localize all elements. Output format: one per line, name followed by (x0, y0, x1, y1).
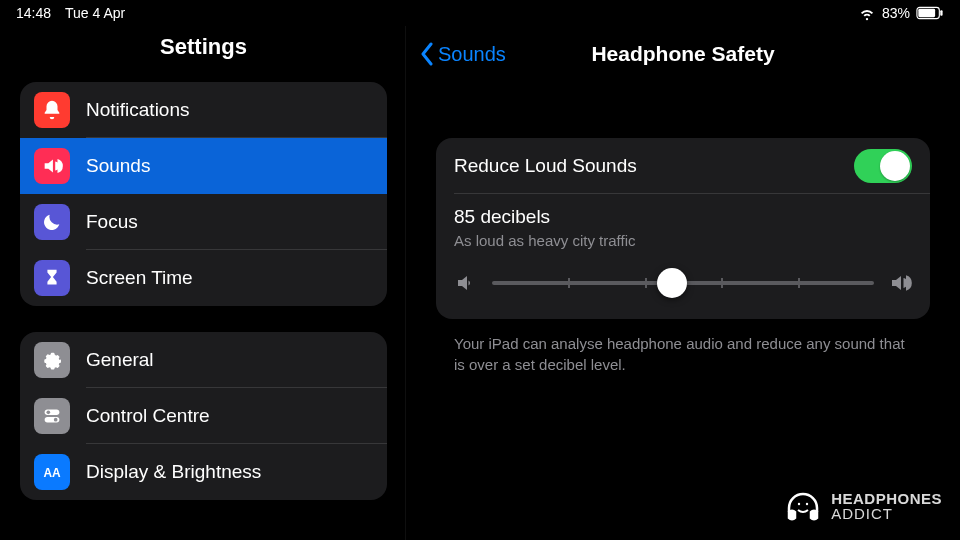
watermark-line1: HEADPHONES (831, 491, 942, 506)
reduce-loud-sounds-label: Reduce Loud Sounds (454, 155, 637, 177)
footer-description: Your iPad can analyse headphone audio an… (454, 333, 912, 375)
decibel-description: As loud as heavy city traffic (454, 232, 912, 249)
back-label: Sounds (438, 43, 506, 66)
svg-rect-1 (918, 9, 935, 17)
hourglass-icon (34, 260, 70, 296)
sidebar-item-label: Sounds (86, 155, 150, 177)
bell-icon (34, 92, 70, 128)
sidebar-item-sounds[interactable]: Sounds (20, 138, 387, 194)
detail-pane: Sounds Headphone Safety Reduce Loud Soun… (405, 26, 960, 540)
sidebar-item-label: Screen Time (86, 267, 193, 289)
speaker-icon (34, 148, 70, 184)
svg-point-9 (806, 503, 808, 505)
watermark-line2: ADDICT (831, 506, 942, 521)
headphones-icon (783, 486, 823, 526)
sidebar-item-control-centre[interactable]: Control Centre (20, 388, 387, 444)
wifi-icon (858, 4, 876, 22)
watermark: HEADPHONES ADDICT (783, 486, 942, 526)
toggles-icon (34, 398, 70, 434)
sidebar-item-general[interactable]: General (20, 332, 387, 388)
slider-thumb[interactable] (657, 268, 687, 298)
status-bar: 14:48 Tue 4 Apr 83% (0, 0, 960, 26)
reduce-loud-sounds-toggle[interactable] (854, 149, 912, 183)
sidebar-item-label: Focus (86, 211, 138, 233)
sidebar-item-focus[interactable]: Focus (20, 194, 387, 250)
svg-point-8 (798, 503, 800, 505)
sidebar-title: Settings (20, 26, 387, 82)
svg-rect-2 (940, 10, 942, 16)
sidebar-item-screen-time[interactable]: Screen Time (20, 250, 387, 306)
sidebar-item-display-brightness[interactable]: AADisplay & Brightness (20, 444, 387, 500)
svg-point-6 (54, 418, 58, 422)
speaker-low-icon (454, 271, 478, 295)
sidebar-group-2: GeneralControl CentreAADisplay & Brightn… (20, 332, 387, 500)
chevron-left-icon (420, 42, 434, 66)
sidebar-group-1: NotificationsSoundsFocusScreen Time (20, 82, 387, 306)
speaker-high-icon (888, 271, 912, 295)
svg-text:AA: AA (43, 466, 61, 480)
gear-icon (34, 342, 70, 378)
status-date: Tue 4 Apr (65, 5, 125, 21)
settings-panel: Reduce Loud Sounds 85 decibels As loud a… (436, 138, 930, 319)
decibel-value: 85 decibels (454, 206, 912, 228)
moon-icon (34, 204, 70, 240)
decibel-slider[interactable] (492, 281, 874, 285)
sidebar-item-notifications[interactable]: Notifications (20, 82, 387, 138)
svg-point-4 (47, 411, 51, 415)
sidebar-item-label: General (86, 349, 154, 371)
sidebar-item-label: Notifications (86, 99, 190, 121)
battery-percent: 83% (882, 5, 910, 21)
sidebar-item-label: Control Centre (86, 405, 210, 427)
settings-sidebar: Settings NotificationsSoundsFocusScreen … (0, 26, 405, 540)
status-time: 14:48 (16, 5, 51, 21)
back-button[interactable]: Sounds (420, 42, 506, 66)
sidebar-item-label: Display & Brightness (86, 461, 261, 483)
aa-icon: AA (34, 454, 70, 490)
battery-icon (916, 6, 944, 20)
